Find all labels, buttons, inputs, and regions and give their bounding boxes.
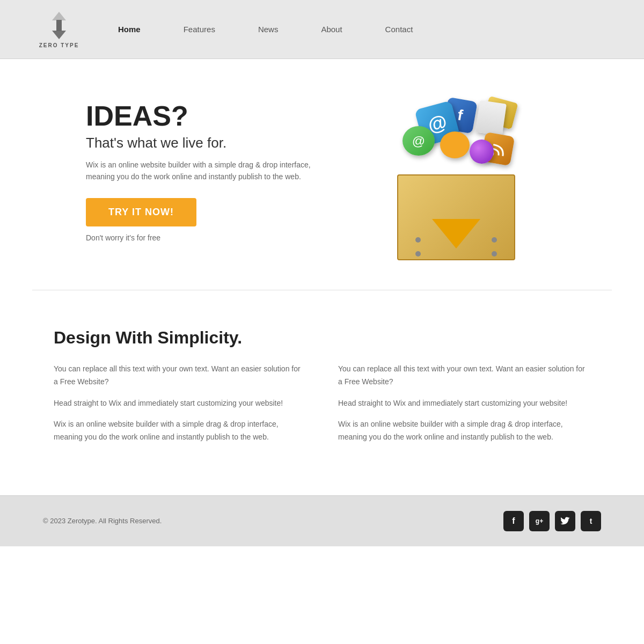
social-icons-group: f g+ t <box>503 511 601 531</box>
hero-description: Wix is an online website builder with a … <box>86 159 322 183</box>
hero-section: IDEAS? That's what we live for. Wix is a… <box>0 59 644 290</box>
nav-contact[interactable]: Contact <box>385 25 413 34</box>
features-heading: Design With Simplicity. <box>54 328 590 348</box>
features-col1-p1: You can replace all this text with your … <box>54 363 306 389</box>
hero-image: f @ @ <box>354 99 558 260</box>
box-corner-tl <box>415 237 421 243</box>
features-col-right: You can replace all this text with your … <box>338 363 590 452</box>
social-tumblr[interactable]: t <box>581 511 601 531</box>
features-section: Design With Simplicity. You can replace … <box>0 290 644 495</box>
footer-copyright: © 2023 Zerotype. All Rights Reserved. <box>43 517 162 525</box>
logo-text: ZERO TYPE <box>39 42 79 48</box>
cta-button[interactable]: TRY IT NOW! <box>86 198 196 226</box>
nav-about[interactable]: About <box>321 25 342 34</box>
box-corner-tr <box>492 237 497 243</box>
box-body <box>397 174 515 260</box>
hero-heading: IDEAS? <box>86 101 322 131</box>
document-icon <box>475 100 507 136</box>
down-arrow-icon <box>432 219 480 248</box>
social-twitter[interactable] <box>555 511 575 531</box>
features-col2-p1: You can replace all this text with your … <box>338 363 590 389</box>
nav-home[interactable]: Home <box>118 25 141 34</box>
features-col1-p2: Head straight to Wix and immediately sta… <box>54 397 306 410</box>
social-facebook[interactable]: f <box>503 511 524 531</box>
icons-cluster: f @ @ <box>392 99 521 185</box>
features-columns: You can replace all this text with your … <box>54 363 590 452</box>
site-header: ZERO TYPE Home Features News About Conta… <box>0 0 644 59</box>
social-googleplus[interactable]: g+ <box>529 511 550 531</box>
hero-text-area: IDEAS? That's what we live for. Wix is a… <box>86 101 322 259</box>
purple-sphere-icon <box>470 140 494 164</box>
bubble-icon <box>440 131 470 158</box>
features-col2-p3: Wix is an online website builder with a … <box>338 418 590 444</box>
site-footer: © 2023 Zerotype. All Rights Reserved. f … <box>0 495 644 546</box>
free-note: Don't worry it's for free <box>86 232 322 244</box>
logo-icon <box>46 11 72 40</box>
box-illustration: f @ @ <box>381 99 531 260</box>
features-col2-p2: Head straight to Wix and immediately sta… <box>338 397 590 410</box>
chat-icon: @ <box>402 126 435 156</box>
nav-news[interactable]: News <box>258 25 279 34</box>
logo[interactable]: ZERO TYPE <box>32 11 86 48</box>
box-corner-br <box>492 251 497 257</box>
features-col1-p3: Wix is an online website builder with a … <box>54 418 306 444</box>
box-corner-bl <box>415 251 421 257</box>
svg-marker-1 <box>52 20 66 39</box>
hero-subheading: That's what we live for. <box>86 135 322 151</box>
features-col-left: You can replace all this text with your … <box>54 363 306 452</box>
nav-features[interactable]: Features <box>184 25 215 34</box>
main-nav: Home Features News About Contact <box>118 25 413 34</box>
